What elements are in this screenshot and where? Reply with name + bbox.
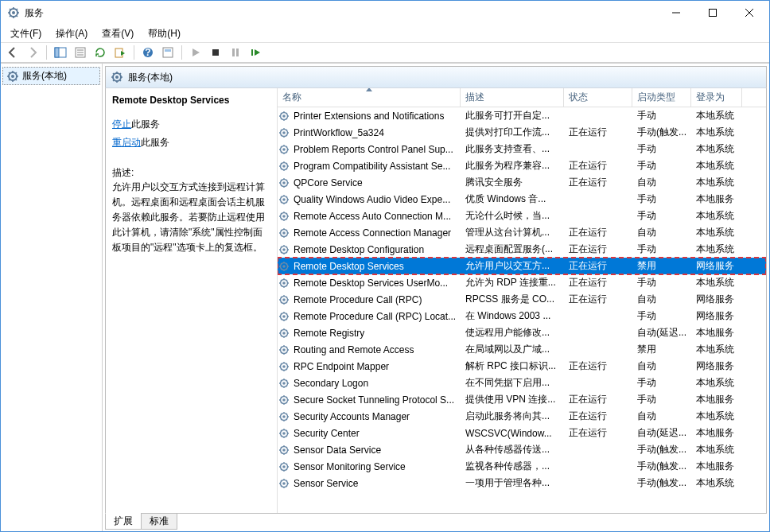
- back-button[interactable]: [4, 44, 21, 61]
- pause-service-button[interactable]: [227, 44, 244, 61]
- cell-name: Remote Access Auto Connection M...: [294, 211, 451, 222]
- stop-service-button[interactable]: [207, 44, 224, 61]
- show-hide-tree-button[interactable]: [52, 44, 69, 61]
- table-row[interactable]: Sensor Service一项用于管理各种...手动(触发...本地系统: [278, 475, 766, 491]
- export-button[interactable]: [111, 44, 129, 61]
- service-icon: [278, 410, 290, 423]
- table-row[interactable]: PrintWorkflow_5a324提供对打印工作流...正在运行手动(触发.…: [278, 124, 766, 141]
- maximize-button[interactable]: [694, 1, 731, 25]
- cell-status: 正在运行: [564, 126, 632, 139]
- close-button[interactable]: [731, 1, 768, 25]
- cell-name: Printer Extensions and Notifications: [294, 111, 444, 122]
- cell-logon: 本地服务: [691, 460, 742, 473]
- cell-startup: 自动: [632, 410, 691, 423]
- cell-logon: 本地系统: [691, 142, 742, 156]
- cell-desc: 无论什么时候，当...: [461, 209, 564, 223]
- table-row[interactable]: QPCore Service腾讯安全服务正在运行自动本地系统: [278, 174, 766, 191]
- table-row[interactable]: Program Compatibility Assistant Se...此服务…: [278, 157, 766, 174]
- service-icon: [278, 110, 290, 122]
- properties-button[interactable]: [72, 44, 89, 61]
- start-service-button[interactable]: [187, 44, 204, 61]
- cell-logon: 网络服务: [691, 259, 742, 273]
- service-icon: [278, 460, 290, 473]
- cell-name: Sensor Monitoring Service: [294, 461, 406, 472]
- help-index-button[interactable]: [159, 44, 177, 61]
- table-row[interactable]: Secure Socket Tunneling Protocol S...提供使…: [278, 391, 766, 408]
- restart-link[interactable]: 重启动: [112, 137, 141, 148]
- cell-startup: 自动: [632, 226, 691, 239]
- table-row[interactable]: Remote Procedure Call (RPC) Locat...在 Wi…: [278, 308, 766, 324]
- cell-name: Remote Procedure Call (RPC): [294, 294, 422, 305]
- table-row[interactable]: Routing and Remote Access在局域网以及广域...禁用本地…: [278, 341, 766, 358]
- service-icon: [278, 477, 290, 490]
- restart-service-button[interactable]: [247, 44, 264, 61]
- tree-item-label: 服务(本地): [22, 69, 67, 83]
- list-header: 名称 描述 状态 启动类型 登录为: [278, 88, 766, 107]
- cell-status: 正在运行: [564, 426, 632, 440]
- service-icon: [278, 277, 290, 289]
- column-header-startup[interactable]: 启动类型: [632, 88, 691, 107]
- cell-logon: 本地系统: [691, 126, 742, 139]
- cell-desc: 此服务可打开自定...: [461, 109, 564, 122]
- tab-standard[interactable]: 标准: [141, 513, 177, 530]
- list-body[interactable]: Printer Extensions and Notifications此服务可…: [278, 107, 766, 513]
- service-icon: [278, 177, 290, 189]
- detail-tabs: 扩展 标准: [105, 514, 767, 530]
- cell-desc: 解析 RPC 接口标识...: [461, 359, 564, 373]
- table-row[interactable]: Security Accounts Manager启动此服务将向其...正在运行…: [278, 408, 766, 425]
- tree-item-services-local[interactable]: 服务(本地): [2, 67, 100, 85]
- service-icon: [278, 327, 290, 340]
- table-row[interactable]: RPC Endpoint Mapper解析 RPC 接口标识...正在运行自动网…: [278, 358, 766, 375]
- cell-name: Sensor Service: [294, 478, 358, 489]
- tab-extended[interactable]: 扩展: [105, 513, 142, 530]
- gear-icon: [111, 71, 123, 83]
- menubar: 文件(F) 操作(A) 查看(V) 帮助(H): [1, 25, 769, 42]
- table-row[interactable]: Security CenterWSCSVC(Window...正在运行自动(延迟…: [278, 425, 766, 441]
- table-row[interactable]: Remote Access Connection Manager管理从这台计算机…: [278, 224, 766, 241]
- table-row[interactable]: Printer Extensions and Notifications此服务可…: [278, 107, 766, 124]
- column-header-status[interactable]: 状态: [564, 88, 632, 107]
- table-row[interactable]: Remote Desktop Services UserMo...允许为 RDP…: [278, 274, 766, 291]
- column-header-desc[interactable]: 描述: [461, 88, 564, 107]
- help-button[interactable]: ?: [139, 44, 157, 61]
- table-row[interactable]: Remote Procedure Call (RPC)RPCSS 服务是 CO.…: [278, 291, 766, 308]
- refresh-button[interactable]: [91, 44, 109, 61]
- menu-help[interactable]: 帮助(H): [142, 25, 187, 42]
- cell-logon: 本地系统: [691, 443, 742, 456]
- minimize-button[interactable]: [658, 1, 694, 25]
- table-row[interactable]: Remote Desktop Services允许用户以交互方...正在运行禁用…: [278, 258, 766, 274]
- cell-logon: 本地服务: [691, 393, 742, 406]
- table-row[interactable]: Problem Reports Control Panel Sup...此服务支…: [278, 141, 766, 157]
- table-row[interactable]: Quality Windows Audio Video Expe...优质 Wi…: [278, 191, 766, 208]
- cell-name: Secondary Logon: [294, 378, 368, 389]
- menu-view[interactable]: 查看(V): [95, 25, 140, 42]
- cell-startup: 手动(触发...: [632, 476, 691, 490]
- cell-name: Remote Desktop Services UserMo...: [294, 278, 448, 289]
- service-icon: [278, 210, 290, 223]
- cell-desc: 提供对打印工作流...: [461, 126, 564, 139]
- menu-file[interactable]: 文件(F): [4, 25, 48, 42]
- table-row[interactable]: Sensor Monitoring Service监视各种传感器，...手动(触…: [278, 458, 766, 475]
- app-icon: [7, 6, 20, 19]
- table-row[interactable]: Remote Desktop Configuration远程桌面配置服务(...…: [278, 241, 766, 258]
- cell-logon: 本地系统: [691, 109, 742, 122]
- cell-logon: 本地服务: [691, 426, 742, 440]
- table-row[interactable]: Secondary Logon在不同凭据下启用...手动本地系统: [278, 375, 766, 391]
- forward-button[interactable]: [24, 44, 41, 61]
- column-header-logon[interactable]: 登录为: [691, 88, 742, 107]
- table-row[interactable]: Remote Registry使远程用户能修改...自动(延迟...本地服务: [278, 324, 766, 341]
- service-icon: [278, 344, 290, 356]
- table-row[interactable]: Remote Access Auto Connection M...无论什么时候…: [278, 208, 766, 224]
- cell-logon: 本地系统: [691, 209, 742, 223]
- table-row[interactable]: Sensor Data Service从各种传感器传送...手动(触发...本地…: [278, 441, 766, 458]
- svg-text:?: ?: [145, 47, 150, 58]
- cell-name: Security Accounts Manager: [294, 411, 410, 422]
- menu-action[interactable]: 操作(A): [49, 25, 94, 42]
- cell-startup: 手动: [632, 159, 691, 173]
- cell-name: Program Compatibility Assistant Se...: [294, 161, 450, 172]
- cell-status: 正在运行: [564, 159, 632, 173]
- column-header-name[interactable]: 名称: [278, 88, 461, 107]
- stop-link[interactable]: 停止: [112, 118, 131, 130]
- cell-desc: 从各种传感器传送...: [461, 443, 564, 456]
- cell-name: QPCore Service: [294, 177, 363, 188]
